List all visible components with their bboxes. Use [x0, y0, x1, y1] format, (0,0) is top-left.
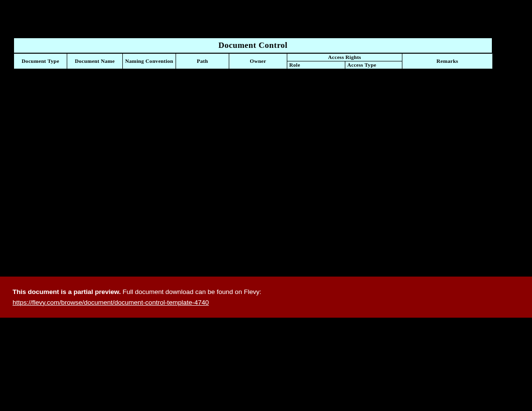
header-table: Document Type Document Name Naming Conve…	[14, 53, 493, 69]
col-naming-convention: Naming Convention	[123, 54, 176, 69]
table-title: Document Control	[14, 38, 492, 53]
col-access-rights: Access Rights	[287, 54, 402, 61]
col-remarks: Remarks	[402, 54, 493, 69]
col-document-type: Document Type	[14, 54, 67, 69]
preview-banner: This document is a partial preview. Full…	[0, 277, 532, 318]
col-access-type: Access Type	[345, 61, 402, 69]
col-role: Role	[287, 61, 345, 69]
col-path: Path	[176, 54, 229, 69]
banner-link[interactable]: https://flevy.com/browse/document/docume…	[13, 299, 209, 306]
document-control-table: Document Control Document Type Document …	[14, 38, 492, 69]
col-document-name: Document Name	[67, 54, 123, 69]
col-owner: Owner	[229, 54, 287, 69]
header-row-1: Document Type Document Name Naming Conve…	[14, 54, 493, 61]
banner-rest-text: Full document download can be found on F…	[121, 288, 261, 295]
banner-bold-text: This document is a partial preview.	[13, 288, 121, 295]
